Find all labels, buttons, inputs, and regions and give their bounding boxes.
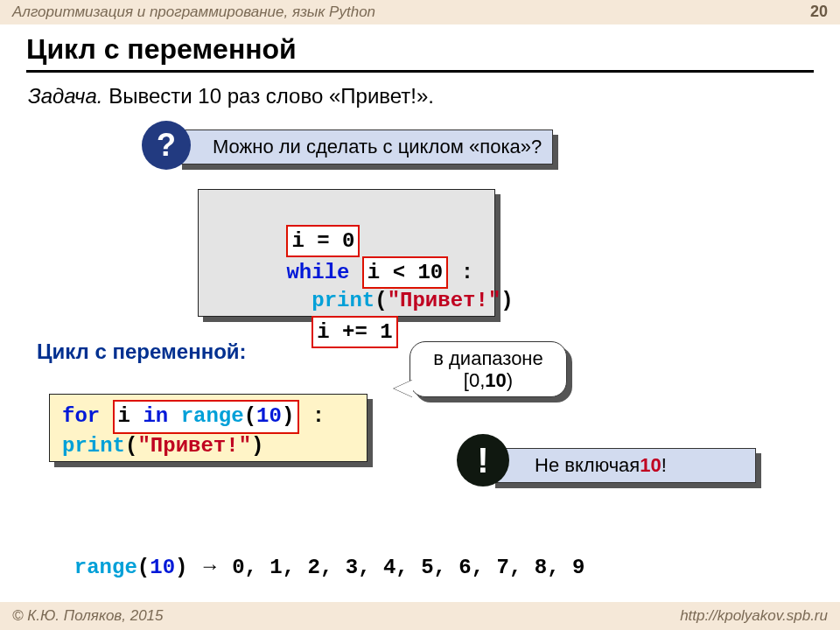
paren-close: ) xyxy=(500,289,513,312)
exclaim-badge: ! xyxy=(457,434,509,486)
excl-text-a: Не включая xyxy=(535,454,640,477)
string-literal: "Привет!" xyxy=(388,289,501,312)
range-bubble-l2c: ) xyxy=(507,369,513,391)
range-arg: 10 xyxy=(150,556,175,579)
copyright: © К.Ю. Поляков, 2015 xyxy=(12,607,164,625)
in-kw: in xyxy=(143,404,168,428)
code-while-box: i = 0 while i < 10 : print("Привет!") i … xyxy=(198,189,495,317)
range-bubble-l2b: 10 xyxy=(485,369,506,391)
print-fn: print xyxy=(62,434,125,458)
inc-box: i += 1 xyxy=(312,316,397,349)
range-bubble-line1: в диапазоне xyxy=(433,347,543,369)
code-for: for i in range(10) : print("Привет!") xyxy=(49,394,373,467)
slide-title: Цикл с переменной xyxy=(26,33,297,66)
range-bubble: в диапазоне [0,10) xyxy=(410,341,567,399)
code-for-box: for i in range(10) : print("Привет!") xyxy=(49,394,368,462)
for-i: i xyxy=(118,404,144,428)
paren-open: ( xyxy=(125,434,137,458)
footer-band: © К.Ю. Поляков, 2015 http://kpolyakov.sp… xyxy=(0,602,840,630)
range-fn: range xyxy=(74,556,137,579)
range-fn: range xyxy=(168,404,243,428)
task-line: Задача. Вывести 10 раз слово «Привет!». xyxy=(28,84,434,108)
code-while: i = 0 while i < 10 : print("Привет!") i … xyxy=(198,189,500,322)
paren-close: ) xyxy=(251,434,263,458)
range-expansion: range(10) → 0, 1, 2, 3, 4, 5, 6, 7, 8, 9 xyxy=(49,530,584,579)
excl-text-b: 10 xyxy=(640,454,661,477)
range-result: 0, 1, 2, 3, 4, 5, 6, 7, 8, 9 xyxy=(232,556,584,579)
course-title: Алгоритмизация и программирование, язык … xyxy=(12,4,375,21)
task-prefix: Задача. xyxy=(28,84,103,108)
header-band: Алгоритмизация и программирование, язык … xyxy=(0,0,840,24)
paren-open: ( xyxy=(244,404,256,428)
range-bubble-l2a: [0, xyxy=(464,369,485,391)
range-arg: 10 xyxy=(256,404,282,428)
paren-close: ) xyxy=(175,556,187,579)
for-tail: : xyxy=(299,404,325,428)
arrow-icon: → xyxy=(187,554,232,578)
for-kw: for xyxy=(62,404,113,428)
question-badge: ? xyxy=(142,121,191,170)
task-body: Вывести 10 раз слово «Привет!». xyxy=(103,84,434,108)
exclaim-callout: Не включая 10! xyxy=(490,448,761,483)
bubble-tail-icon xyxy=(394,380,413,397)
paren-open: ( xyxy=(137,556,150,579)
question-box: Можно ли сделать с циклом «пока»? xyxy=(177,130,553,164)
question-callout: Можно ли сделать с циклом «пока»? xyxy=(177,130,562,164)
string-literal: "Привет!" xyxy=(137,434,251,458)
range-bubble-box: в диапазоне [0,10) xyxy=(410,341,567,397)
excl-text-c: ! xyxy=(662,454,667,477)
exclaim-box: Не включая 10! xyxy=(490,448,756,483)
for-heading: Цикл с переменной: xyxy=(37,340,247,364)
paren-close: ) xyxy=(282,404,294,428)
page-number: 20 xyxy=(810,3,828,21)
for-head-box: i in range(10) xyxy=(113,400,300,434)
indent xyxy=(286,320,312,344)
question-text: Можно ли сделать с циклом «пока»? xyxy=(213,136,542,158)
title-rule xyxy=(26,70,814,73)
footer-url: http://kpolyakov.spb.ru xyxy=(680,607,828,625)
